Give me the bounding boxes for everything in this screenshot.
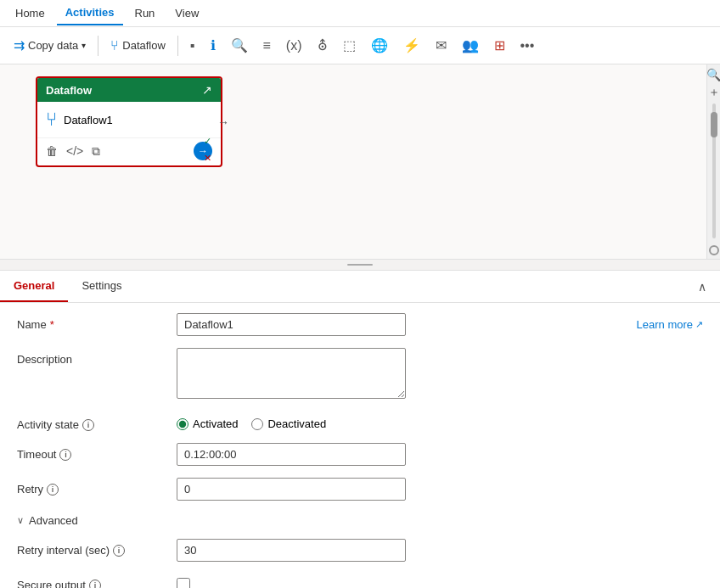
tab-general[interactable]: General (0, 271, 68, 302)
learn-more-link[interactable]: Learn more ↗ (637, 313, 703, 331)
nav-run[interactable]: Run (127, 2, 164, 25)
search-canvas-icon[interactable]: 🔍 (706, 68, 720, 81)
form: Name * Learn more ↗ Description Activity (0, 303, 720, 588)
delete-icon[interactable]: 🗑 (46, 144, 58, 159)
secure-output-info-icon[interactable]: i (89, 580, 101, 589)
name-required: * (50, 318, 54, 331)
top-nav: Home Activities Run View (0, 0, 720, 27)
copy-data-label: Copy data (28, 39, 78, 52)
toolbar-icon-btn-7[interactable]: ⬚ (336, 34, 363, 57)
activated-radio[interactable] (177, 418, 188, 430)
properties-panel: General Settings ∧ Name * Learn more ↗ D… (0, 270, 720, 588)
secure-output-row: Secure output i (17, 574, 703, 588)
description-input[interactable] (177, 348, 406, 399)
deactivated-label: Deactivated (267, 417, 326, 430)
activity-flow-icon: ⑂ (46, 109, 57, 131)
activated-radio-label[interactable]: Activated (177, 417, 238, 430)
toolbar-icon-btn-9[interactable]: ⚡ (397, 34, 427, 57)
toolbar-sep-2 (177, 36, 178, 56)
toolbar-icon-btn-4[interactable]: ≡ (256, 35, 278, 57)
retry-row: Retry i (17, 478, 703, 501)
toolbar: ⇉ Copy data ▾ ⑂ Dataflow ▪ ℹ 🔍 ≡ (x) ⛢ ⬚… (0, 27, 720, 64)
chevron-down-icon: ∨ (17, 515, 24, 526)
copy-icon[interactable]: ⧉ (92, 144, 100, 159)
nav-activities[interactable]: Activities (57, 1, 123, 25)
description-label: Description (17, 348, 170, 366)
activity-name-label: Dataflow1 (64, 114, 113, 126)
toolbar-icon-btn-2[interactable]: ℹ (204, 34, 222, 57)
activity-state-label: Activity state i (17, 413, 170, 431)
name-input[interactable] (177, 313, 406, 336)
timeout-info-icon[interactable]: i (59, 449, 71, 461)
advanced-toggle[interactable]: ∨ Advanced (17, 512, 703, 527)
toolbar-icon-btn-1[interactable]: ▪ (183, 35, 202, 57)
deactivated-radio-label[interactable]: Deactivated (251, 417, 326, 430)
retry-interval-control (177, 539, 703, 562)
retry-interval-info-icon[interactable]: i (113, 545, 125, 557)
nav-view[interactable]: View (166, 2, 207, 25)
arrow-side-icon: → (217, 115, 229, 129)
square-icon: ▪ (190, 38, 195, 53)
toolbar-icon-btn-10[interactable]: ✉ (429, 34, 453, 57)
retry-input[interactable] (177, 478, 406, 501)
retry-label: Retry i (17, 478, 170, 496)
nav-home[interactable]: Home (7, 2, 53, 25)
copy-data-icon: ⇉ (14, 37, 25, 53)
copy-data-button[interactable]: ⇉ Copy data ▾ (7, 34, 93, 57)
info-toolbar-icon: ℹ (211, 37, 216, 53)
props-header: General Settings ∧ (0, 271, 720, 303)
retry-info-icon[interactable]: i (47, 484, 59, 496)
description-control (177, 348, 703, 401)
activity-body: ⑂ Dataflow1 (37, 102, 221, 137)
collapse-dash (347, 264, 373, 266)
toolbar-icon-btn-3[interactable]: 🔍 (224, 34, 255, 57)
activity-header: Dataflow ↗ (37, 78, 221, 102)
description-row: Description (17, 348, 703, 401)
timeout-control (177, 443, 703, 466)
collapse-bar[interactable] (0, 260, 720, 270)
dataflow-button[interactable]: ⑂ Dataflow (104, 35, 172, 57)
tab-settings[interactable]: Settings (68, 271, 135, 302)
activity-state-info-icon[interactable]: i (82, 419, 94, 431)
toolbar-icon-btn-12[interactable]: ⊞ (487, 34, 512, 57)
nodes-toolbar-icon: ⛢ (318, 37, 328, 53)
secure-output-control (177, 574, 703, 588)
stack-toolbar-icon: ⊞ (494, 37, 505, 53)
outlook-toolbar-icon: ✉ (436, 37, 447, 53)
toolbar-more-button[interactable]: ••• (514, 35, 542, 57)
timeout-input[interactable] (177, 443, 406, 466)
formula-toolbar-icon: (x) (286, 38, 302, 53)
retry-control (177, 478, 703, 501)
props-collapse-btn[interactable]: ∧ (684, 273, 720, 300)
scroll-circle (709, 245, 719, 255)
name-control (177, 313, 630, 336)
external-link-icon[interactable]: ↗ (202, 83, 212, 97)
code-icon[interactable]: </> (66, 144, 83, 159)
secure-output-checkbox[interactable] (177, 578, 190, 588)
copy-data-dropdown-icon: ▾ (82, 41, 86, 50)
advanced-label: Advanced (29, 514, 78, 527)
retry-interval-input[interactable] (177, 539, 406, 562)
footer-icons: 🗑 </> ⧉ (46, 144, 100, 159)
activity-footer: 🗑 </> ⧉ → (37, 137, 221, 165)
activity-actions: ✓ ✕ (199, 134, 216, 165)
toolbar-icon-btn-6[interactable]: ⛢ (311, 34, 335, 57)
learn-more-label: Learn more (637, 318, 693, 331)
deactivated-radio[interactable] (251, 418, 263, 430)
list-toolbar-icon: ≡ (263, 38, 271, 53)
activity-x-btn[interactable]: ✕ (199, 151, 216, 165)
toolbar-icon-btn-8[interactable]: 🌐 (364, 34, 395, 57)
toolbar-icon-btn-11[interactable]: 👥 (455, 34, 486, 57)
props-tabs: General Settings (0, 271, 135, 302)
activity-state-control: Activated Deactivated (177, 413, 703, 430)
activity-node: Dataflow ↗ ⑂ Dataflow1 ✓ ✕ 🗑 </> ⧉ → → (36, 76, 222, 167)
box-toolbar-icon: ⬚ (343, 37, 356, 53)
activity-check-btn[interactable]: ✓ (199, 134, 216, 148)
zoom-in-icon[interactable]: ＋ (708, 85, 720, 100)
toolbar-icon-btn-5[interactable]: (x) (279, 35, 309, 57)
activated-label: Activated (193, 417, 238, 430)
canvas: Dataflow ↗ ⑂ Dataflow1 ✓ ✕ 🗑 </> ⧉ → → 🔍 (0, 64, 720, 260)
dataflow-label: Dataflow (122, 39, 166, 52)
retry-interval-row: Retry interval (sec) i (17, 539, 703, 562)
scroll-thumb[interactable] (711, 112, 717, 137)
